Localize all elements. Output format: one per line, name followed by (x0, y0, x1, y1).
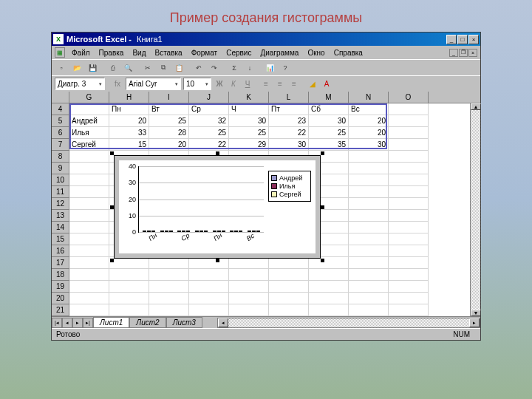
bar[interactable] (204, 231, 208, 232)
sheet-tab-3[interactable]: Лист3 (166, 317, 202, 328)
row-header[interactable]: 18 (52, 269, 69, 281)
cell[interactable] (349, 293, 389, 304)
worksheet-grid[interactable]: GHIJKLMNO 456789101112131415161718192021… (52, 92, 480, 316)
cell[interactable] (189, 281, 229, 293)
cell[interactable] (389, 269, 429, 281)
cell[interactable]: 25 (149, 115, 189, 127)
maximize-button[interactable]: □ (457, 35, 468, 44)
cell[interactable] (109, 281, 149, 293)
row-header[interactable]: 11 (52, 186, 69, 198)
vertical-scrollbar[interactable]: ▲ ▼ (470, 103, 480, 316)
cell[interactable] (389, 210, 429, 222)
cell[interactable]: Андрей (69, 115, 109, 127)
cell[interactable]: 29 (229, 139, 269, 151)
bar[interactable] (160, 231, 164, 232)
workbook-icon[interactable]: ▦ (55, 47, 65, 58)
scroll-left-icon[interactable]: ◂ (218, 318, 228, 327)
bar[interactable] (239, 231, 242, 232)
mdi-restore-button[interactable]: ❐ (459, 49, 468, 57)
cell[interactable] (69, 245, 109, 257)
align-center-icon[interactable]: ≡ (274, 78, 286, 90)
sheet-tab-2[interactable]: Лист2 (129, 317, 166, 328)
cell[interactable] (349, 257, 389, 269)
cell[interactable] (269, 293, 309, 304)
cell[interactable] (109, 269, 149, 281)
cell[interactable] (109, 304, 149, 316)
align-right-icon[interactable]: ≡ (288, 78, 300, 90)
bar[interactable] (143, 231, 146, 232)
column-header[interactable]: L (269, 92, 309, 103)
scroll-down-icon[interactable]: ▼ (471, 310, 481, 316)
minimize-button[interactable]: _ (446, 35, 457, 44)
embedded-chart[interactable]: 010203040ПнСрПнВсАндрейИльяСергей (114, 155, 321, 259)
copy-icon[interactable]: ⧉ (157, 61, 170, 75)
menu-format[interactable]: Формат (188, 48, 222, 58)
cell[interactable] (349, 233, 389, 245)
row-header[interactable]: 9 (52, 163, 69, 174)
scroll-up-icon[interactable]: ▲ (471, 103, 481, 110)
cell[interactable] (389, 163, 429, 174)
underline-button[interactable]: Ч (242, 78, 253, 90)
cell[interactable] (349, 186, 389, 198)
cell[interactable] (269, 281, 309, 293)
cell[interactable] (69, 257, 109, 269)
cell[interactable] (349, 245, 389, 257)
cell[interactable]: Илья (69, 127, 109, 139)
name-box[interactable]: Диагр. 3▾ (55, 78, 105, 90)
cell[interactable] (229, 293, 269, 304)
cell[interactable] (69, 163, 109, 174)
chart-plot-area[interactable]: 010203040ПнСрПнВсАндрейИльяСергей (119, 160, 316, 253)
paste-icon[interactable]: 📋 (172, 61, 185, 75)
bar[interactable] (195, 231, 199, 232)
undo-icon[interactable]: ↶ (192, 61, 205, 75)
cell[interactable]: 22 (269, 127, 309, 139)
cell[interactable] (349, 281, 389, 293)
cell[interactable]: Вс (349, 103, 389, 115)
cell[interactable] (349, 269, 389, 281)
row-header[interactable]: 5 (52, 115, 69, 127)
open-icon[interactable]: 📂 (70, 61, 83, 75)
cell[interactable] (149, 269, 189, 281)
tab-nav-prev[interactable]: ◂ (62, 318, 72, 328)
bar[interactable] (165, 231, 168, 232)
font-selector[interactable]: Arial Cyr▾ (126, 78, 181, 90)
row-header[interactable]: 20 (52, 293, 69, 304)
cell[interactable]: Пт (269, 103, 309, 115)
scroll-right-icon[interactable]: ▸ (469, 318, 480, 327)
tab-nav-first[interactable]: |◂ (52, 318, 62, 328)
cell[interactable] (69, 103, 109, 115)
cell[interactable] (69, 304, 109, 316)
cell[interactable] (349, 222, 389, 233)
cell[interactable] (349, 198, 389, 210)
cell[interactable] (109, 257, 149, 269)
column-header[interactable]: K (229, 92, 269, 103)
mdi-minimize-button[interactable]: _ (449, 49, 458, 57)
cell[interactable] (349, 210, 389, 222)
preview-icon[interactable]: 🔍 (121, 61, 134, 75)
cell[interactable] (189, 293, 229, 304)
cell[interactable] (389, 222, 429, 233)
cell[interactable] (389, 281, 429, 293)
cell[interactable] (69, 293, 109, 304)
sheet-tab-1[interactable]: Лист1 (93, 317, 129, 328)
cell[interactable]: 28 (149, 127, 189, 139)
cell[interactable]: 15 (109, 139, 149, 151)
cell[interactable] (389, 139, 429, 151)
cell[interactable] (349, 151, 389, 163)
column-header[interactable]: J (189, 92, 229, 103)
menu-window[interactable]: Окно (304, 48, 328, 58)
cell[interactable]: 35 (309, 139, 349, 151)
cell[interactable] (189, 304, 229, 316)
cell[interactable] (69, 222, 109, 233)
cell[interactable]: 20 (149, 139, 189, 151)
cell[interactable]: 20 (349, 127, 389, 139)
cell[interactable] (389, 293, 429, 304)
cell[interactable] (69, 151, 109, 163)
cell[interactable]: Ч (229, 103, 269, 115)
cell[interactable] (309, 257, 349, 269)
cell[interactable]: 20 (349, 115, 389, 127)
row-header[interactable]: 8 (52, 151, 69, 163)
italic-button[interactable]: К (228, 78, 239, 90)
cell[interactable]: 30 (269, 139, 309, 151)
cell[interactable]: Сергей (69, 139, 109, 151)
